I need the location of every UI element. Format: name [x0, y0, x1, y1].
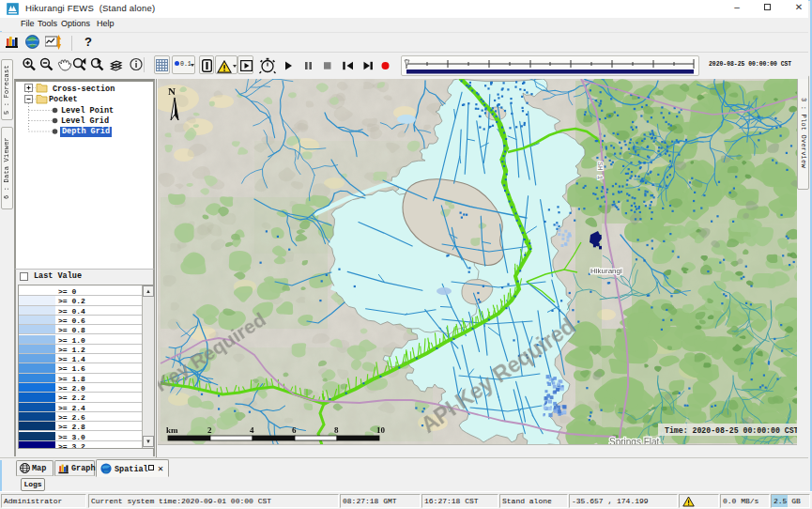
svg-text:4: 4 — [250, 425, 254, 435]
svg-text:8: 8 — [334, 425, 339, 435]
svg-text:SH 1: SH 1 — [596, 162, 605, 179]
svg-text:km: km — [166, 425, 178, 435]
svg-text:2: 2 — [207, 425, 212, 435]
svg-text:Hikurangi: Hikurangi — [590, 267, 622, 275]
svg-text:Time: 2020-08-25 00:00:00 CST: Time: 2020-08-25 00:00:00 CST — [665, 426, 797, 435]
svg-text:10: 10 — [376, 425, 386, 435]
svg-text:N: N — [168, 85, 176, 97]
svg-text:Springs Flat: Springs Flat — [609, 437, 660, 445]
svg-text:6: 6 — [292, 425, 297, 435]
